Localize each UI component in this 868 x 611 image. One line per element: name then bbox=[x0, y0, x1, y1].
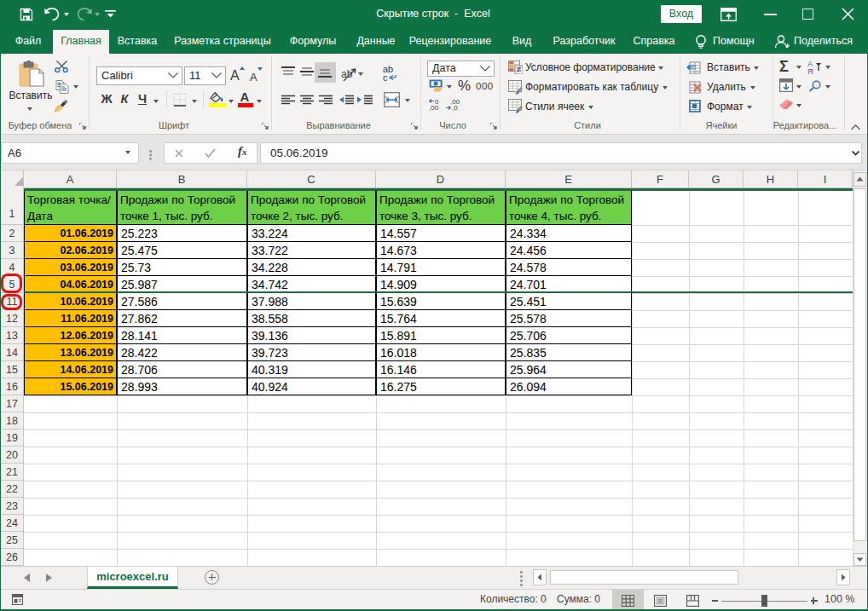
svg-text:Я: Я bbox=[807, 67, 813, 75]
svg-text:,0: ,0 bbox=[452, 104, 458, 111]
svg-text:,00: ,00 bbox=[429, 104, 439, 111]
svg-text:c: c bbox=[383, 72, 388, 82]
